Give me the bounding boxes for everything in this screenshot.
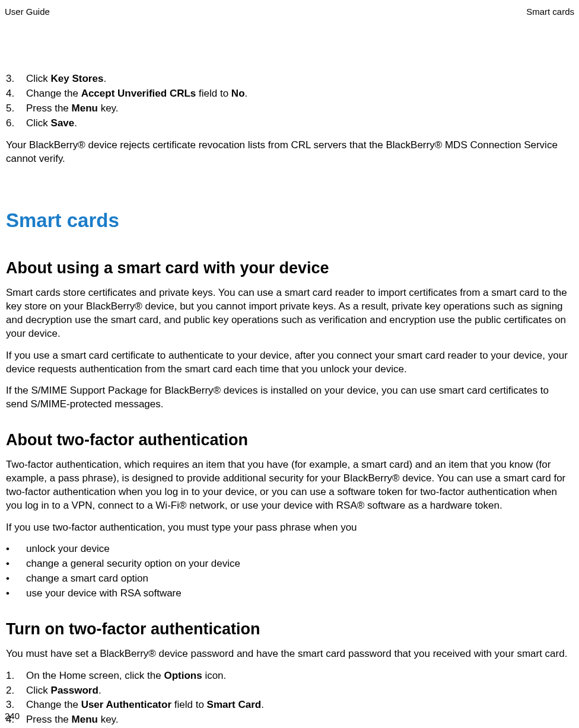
- header-left: User Guide: [5, 6, 50, 18]
- section-title-smart-cards: Smart cards: [6, 207, 573, 234]
- list-item: 1.On the Home screen, click the Options …: [6, 669, 573, 683]
- bullet-icon: •: [6, 572, 26, 586]
- bullet-text: change a smart card option: [26, 572, 148, 586]
- subsection-turn-on-two-factor: Turn on two-factor authentication: [6, 618, 573, 640]
- list-item: •change a general security option on you…: [6, 557, 573, 571]
- list-item: 6.Click Save.: [6, 117, 573, 130]
- list-item: 5.Press the Menu key.: [6, 102, 573, 116]
- step-text: Click Save.: [26, 117, 77, 130]
- list-item: 2.Click Password.: [6, 684, 573, 698]
- step-number: 5.: [6, 102, 26, 116]
- bullet-text: use your device with RSA software: [26, 587, 182, 601]
- paragraph: You must have set a BlackBerry® device p…: [6, 647, 573, 661]
- step-number: 1.: [6, 669, 26, 683]
- bullet-text: change a general security option on your…: [26, 557, 240, 571]
- step-number: 3.: [6, 72, 26, 86]
- step-number: 2.: [6, 684, 26, 698]
- list-item: •change a smart card option: [6, 572, 573, 586]
- step-text: Press the Menu key.: [26, 102, 119, 116]
- header-right: Smart cards: [526, 6, 574, 18]
- bullet-icon: •: [6, 542, 26, 556]
- paragraph: Two-factor authentication, which require…: [6, 458, 573, 513]
- list-item: •use your device with RSA software: [6, 587, 573, 601]
- list-item: 4.Change the Accept Unverified CRLs fiel…: [6, 87, 573, 101]
- paragraph: If you use a smart card certificate to a…: [6, 349, 573, 376]
- paragraph: If the S/MIME Support Package for BlackB…: [6, 384, 573, 411]
- page-header: User Guide Smart cards: [5, 6, 574, 18]
- step-text: Click Key Stores.: [26, 72, 106, 86]
- paragraph: If you use two-factor authentication, yo…: [6, 521, 573, 535]
- step-text: Change the Accept Unverified CRLs field …: [26, 87, 247, 101]
- bullet-icon: •: [6, 587, 26, 601]
- subsection-about-smart-card: About using a smart card with your devic…: [6, 257, 573, 279]
- page-content: 3.Click Key Stores. 4.Change the Accept …: [5, 72, 574, 727]
- bullet-icon: •: [6, 557, 26, 571]
- page-number: 240: [5, 710, 20, 722]
- step-number: 6.: [6, 117, 26, 130]
- step-text: Click Password.: [26, 684, 101, 698]
- turn-on-steps-list: 1.On the Home screen, click the Options …: [6, 669, 573, 727]
- step-text: On the Home screen, click the Options ic…: [26, 669, 226, 683]
- subsection-about-two-factor: About two-factor authentication: [6, 429, 573, 451]
- step-text: Press the Menu key.: [26, 713, 119, 727]
- bullet-list: •unlock your device •change a general se…: [6, 542, 573, 601]
- top-note: Your BlackBerry® device rejects certific…: [6, 139, 573, 166]
- step-number: 4.: [6, 87, 26, 101]
- step-text: Change the User Authenticator field to S…: [26, 698, 264, 712]
- list-item: 3.Click Key Stores.: [6, 72, 573, 86]
- list-item: •unlock your device: [6, 542, 573, 556]
- list-item: 4.Press the Menu key.: [6, 713, 573, 727]
- paragraph: Smart cards store certificates and priva…: [6, 286, 573, 341]
- list-item: 3.Change the User Authenticator field to…: [6, 698, 573, 712]
- top-steps-list: 3.Click Key Stores. 4.Change the Accept …: [6, 72, 573, 130]
- bullet-text: unlock your device: [26, 542, 110, 556]
